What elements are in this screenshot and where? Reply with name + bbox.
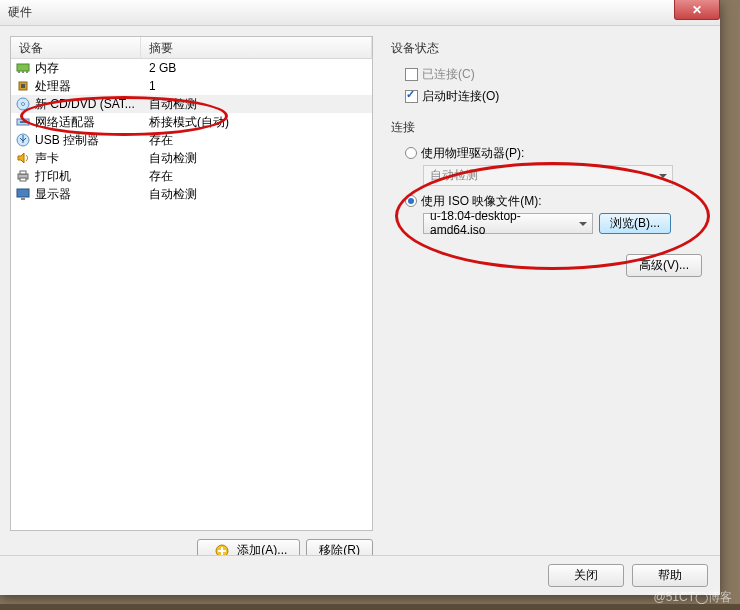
- hardware-dialog: 硬件 ✕ 设备 摘要 内存2 GB处理器1新 CD/DVD (SAT...自动检…: [0, 0, 720, 595]
- device-row-usb[interactable]: USB 控制器存在: [11, 131, 372, 149]
- disc-icon: [15, 96, 31, 112]
- physical-radio[interactable]: [405, 147, 417, 159]
- watermark: @51CT◯博客: [653, 589, 732, 606]
- svg-rect-13: [20, 171, 26, 174]
- close-icon[interactable]: ✕: [674, 0, 720, 20]
- iso-label: 使用 ISO 映像文件(M):: [421, 193, 542, 210]
- connected-label: 已连接(C): [422, 66, 475, 83]
- device-row-cpu[interactable]: 处理器1: [11, 77, 372, 95]
- advanced-row: 高级(V)...: [391, 254, 702, 277]
- connected-row[interactable]: 已连接(C): [391, 65, 702, 83]
- browse-button[interactable]: 浏览(B)...: [599, 213, 671, 234]
- svg-rect-9: [20, 121, 26, 123]
- advanced-button[interactable]: 高级(V)...: [626, 254, 702, 277]
- svg-rect-0: [17, 64, 29, 71]
- device-row-network[interactable]: 网络适配器桥接模式(自动): [11, 113, 372, 131]
- device-row-display[interactable]: 显示器自动检测: [11, 185, 372, 203]
- device-row-sound[interactable]: 声卡自动检测: [11, 149, 372, 167]
- device-summary: 存在: [141, 168, 372, 185]
- connected-checkbox[interactable]: [405, 68, 418, 81]
- help-button[interactable]: 帮助: [632, 564, 708, 587]
- device-summary: 自动检测: [141, 96, 372, 113]
- svg-rect-3: [26, 71, 28, 73]
- physical-drive-dropdown: 自动检测: [423, 165, 673, 186]
- svg-rect-16: [21, 198, 25, 200]
- svg-rect-1: [18, 71, 20, 73]
- device-name: 声卡: [35, 150, 141, 167]
- device-summary: 自动检测: [141, 186, 372, 203]
- physical-label: 使用物理驱动器(P):: [421, 145, 524, 162]
- content-area: 设备 摘要 内存2 GB处理器1新 CD/DVD (SAT...自动检测网络适配…: [0, 26, 720, 572]
- device-summary: 1: [141, 79, 372, 93]
- col-summary-header[interactable]: 摘要: [141, 37, 372, 58]
- sound-icon: [15, 150, 31, 166]
- svg-rect-15: [17, 189, 29, 197]
- titlebar: 硬件 ✕: [0, 0, 720, 26]
- device-status-title: 设备状态: [391, 40, 702, 57]
- connect-on-power-checkbox[interactable]: [405, 90, 418, 103]
- close-button[interactable]: 关闭: [548, 564, 624, 587]
- device-name: USB 控制器: [35, 132, 141, 149]
- device-name: 显示器: [35, 186, 141, 203]
- device-row-memory[interactable]: 内存2 GB: [11, 59, 372, 77]
- device-row-printer[interactable]: 打印机存在: [11, 167, 372, 185]
- iso-radio[interactable]: [405, 195, 417, 207]
- connection-group: 连接 使用物理驱动器(P): 自动检测 使用 ISO 映像文件(M): u-18…: [391, 119, 702, 232]
- physical-drive-row[interactable]: 使用物理驱动器(P):: [391, 144, 702, 162]
- list-header: 设备 摘要: [11, 37, 372, 59]
- usb-icon: [15, 132, 31, 148]
- device-row-disc[interactable]: 新 CD/DVD (SAT...自动检测: [11, 95, 372, 113]
- iso-path-dropdown[interactable]: u-18.04-desktop-amd64.iso: [423, 213, 593, 234]
- connection-title: 连接: [391, 119, 702, 136]
- cpu-icon: [15, 78, 31, 94]
- device-list: 设备 摘要 内存2 GB处理器1新 CD/DVD (SAT...自动检测网络适配…: [10, 36, 373, 531]
- physical-drive-dropdown-row: 自动检测: [391, 166, 702, 184]
- device-name: 网络适配器: [35, 114, 141, 131]
- device-name: 内存: [35, 60, 141, 77]
- list-rows: 内存2 GB处理器1新 CD/DVD (SAT...自动检测网络适配器桥接模式(…: [11, 59, 372, 203]
- device-name: 打印机: [35, 168, 141, 185]
- svg-rect-2: [22, 71, 24, 73]
- memory-icon: [15, 60, 31, 76]
- device-summary: 2 GB: [141, 61, 372, 75]
- device-name: 处理器: [35, 78, 141, 95]
- window-title: 硬件: [8, 4, 32, 21]
- device-status-group: 设备状态 已连接(C) 启动时连接(O): [391, 40, 702, 105]
- svg-rect-5: [21, 84, 25, 88]
- device-summary: 存在: [141, 132, 372, 149]
- svg-point-7: [22, 103, 25, 106]
- svg-rect-14: [20, 178, 26, 181]
- device-name: 新 CD/DVD (SAT...: [35, 96, 141, 113]
- svg-marker-11: [18, 153, 24, 163]
- display-icon: [15, 186, 31, 202]
- left-panel: 设备 摘要 内存2 GB处理器1新 CD/DVD (SAT...自动检测网络适配…: [10, 36, 373, 562]
- iso-path-row: u-18.04-desktop-amd64.iso 浏览(B)...: [391, 214, 702, 232]
- device-summary: 自动检测: [141, 150, 372, 167]
- connect-on-power-label: 启动时连接(O): [422, 88, 499, 105]
- device-summary: 桥接模式(自动): [141, 114, 372, 131]
- network-icon: [15, 114, 31, 130]
- col-device-header[interactable]: 设备: [11, 37, 141, 58]
- iso-row[interactable]: 使用 ISO 映像文件(M):: [391, 192, 702, 210]
- connect-on-power-row[interactable]: 启动时连接(O): [391, 87, 702, 105]
- svg-rect-19: [218, 550, 226, 552]
- bg-edge: [0, 604, 740, 610]
- right-panel: 设备状态 已连接(C) 启动时连接(O) 连接 使用物理驱动器(P): 自动检测: [383, 36, 710, 562]
- bottom-bar: 关闭 帮助: [0, 555, 720, 595]
- printer-icon: [15, 168, 31, 184]
